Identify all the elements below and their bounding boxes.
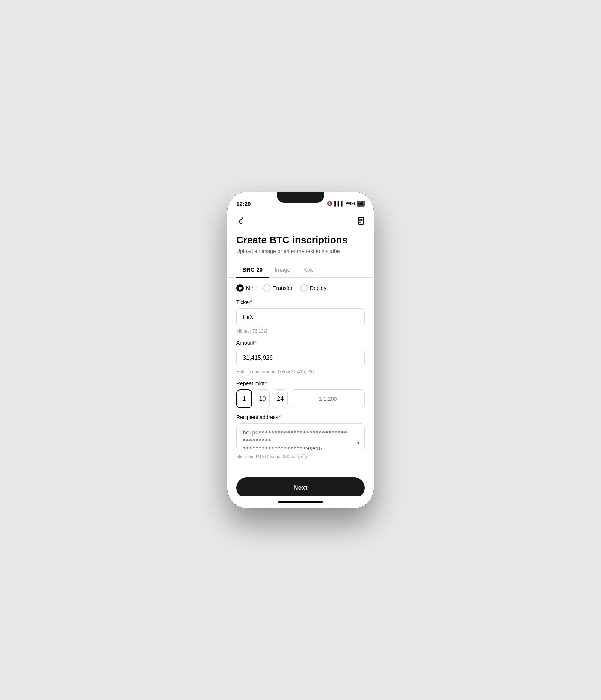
- document-list-button[interactable]: [356, 216, 366, 226]
- battery-badge: 58: [357, 201, 365, 207]
- radio-mint-label: Mint: [246, 285, 256, 291]
- radio-deploy-label: Deploy: [310, 285, 326, 291]
- utxo-hint: Minimum UTXO value: 330 sats i: [236, 454, 365, 459]
- ticker-hint: Minted: 76.13%: [236, 329, 365, 334]
- tab-image[interactable]: Image: [269, 262, 296, 277]
- address-wrapper: bc1p0***********************************…: [236, 423, 365, 452]
- bottom-area: Next: [227, 471, 374, 496]
- tab-brc20[interactable]: BRC-20: [236, 262, 269, 277]
- repeat-mint-custom-input[interactable]: [291, 389, 365, 408]
- amount-required-marker: *: [254, 340, 256, 346]
- page-subtitle: Upload an image or enter the text to ins…: [236, 248, 365, 254]
- status-icons: 🔇 ▌▌▌ WiFi 58: [327, 201, 365, 207]
- next-button[interactable]: Next: [236, 477, 365, 496]
- back-button[interactable]: [235, 215, 247, 227]
- radio-deploy-circle: [300, 284, 308, 292]
- amount-field-group: Amount* Enter a mint amount below 31,415…: [236, 340, 365, 374]
- repeat-btn-24[interactable]: 24: [273, 389, 288, 408]
- form-area: Mint Transfer Deploy Ticker*: [227, 278, 374, 471]
- page-title: Create BTC inscriptions: [236, 234, 365, 246]
- tab-bar: BRC-20 Image Text: [227, 262, 374, 278]
- radio-mint-circle: [236, 284, 244, 292]
- recipient-field-group: Recipient address* bc1p0****************…: [236, 414, 365, 459]
- home-indicator: [227, 496, 374, 508]
- radio-mint[interactable]: Mint: [236, 284, 256, 292]
- phone-frame: 12:20 🔇 ▌▌▌ WiFi 58: [227, 192, 374, 508]
- repeat-mint-required-marker: *: [264, 380, 266, 386]
- utxo-hint-text: Minimum UTXO value: 330 sats: [236, 454, 300, 459]
- radio-deploy[interactable]: Deploy: [300, 284, 326, 292]
- back-chevron-icon: [239, 217, 245, 224]
- radio-transfer-label: Transfer: [273, 285, 293, 291]
- recipient-required-marker: *: [278, 414, 280, 420]
- repeat-btn-10[interactable]: 10: [255, 389, 270, 408]
- ticker-required-marker: *: [251, 299, 252, 305]
- repeat-mint-field-group: Repeat mint* 1 10 24: [236, 380, 365, 408]
- amount-hint: Enter a mint amount below 31,415,926: [236, 369, 365, 374]
- phone-screen: 12:20 🔇 ▌▌▌ WiFi 58: [227, 192, 374, 508]
- amount-input[interactable]: [236, 349, 365, 367]
- info-icon[interactable]: i: [301, 454, 307, 459]
- status-time: 12:20: [236, 201, 251, 207]
- home-bar: [278, 501, 323, 503]
- wifi-icon: WiFi: [346, 201, 355, 206]
- amount-label: Amount*: [236, 340, 365, 346]
- signal-icon: ▌▌▌: [334, 201, 344, 206]
- notch: [277, 192, 324, 203]
- top-nav: [227, 210, 374, 231]
- repeat-btn-1[interactable]: 1: [236, 389, 252, 408]
- ticker-field-group: Ticker* Minted: 76.13%: [236, 299, 365, 334]
- repeat-mint-label: Repeat mint*: [236, 380, 365, 386]
- radio-transfer[interactable]: Transfer: [263, 284, 293, 292]
- recipient-label: Recipient address*: [236, 414, 365, 420]
- mute-icon: 🔇: [327, 201, 332, 206]
- recipient-address-input[interactable]: bc1p0***********************************…: [236, 423, 365, 450]
- tab-text[interactable]: Text: [296, 262, 319, 277]
- mint-type-radio-group: Mint Transfer Deploy: [236, 284, 365, 292]
- scroll-content: Create BTC inscriptions Upload an image …: [227, 210, 374, 496]
- radio-transfer-circle: [263, 284, 271, 292]
- ticker-input[interactable]: [236, 308, 365, 326]
- page-header: Create BTC inscriptions Upload an image …: [227, 231, 374, 262]
- ticker-label: Ticker*: [236, 299, 365, 305]
- repeat-mint-options: 1 10 24: [236, 389, 365, 408]
